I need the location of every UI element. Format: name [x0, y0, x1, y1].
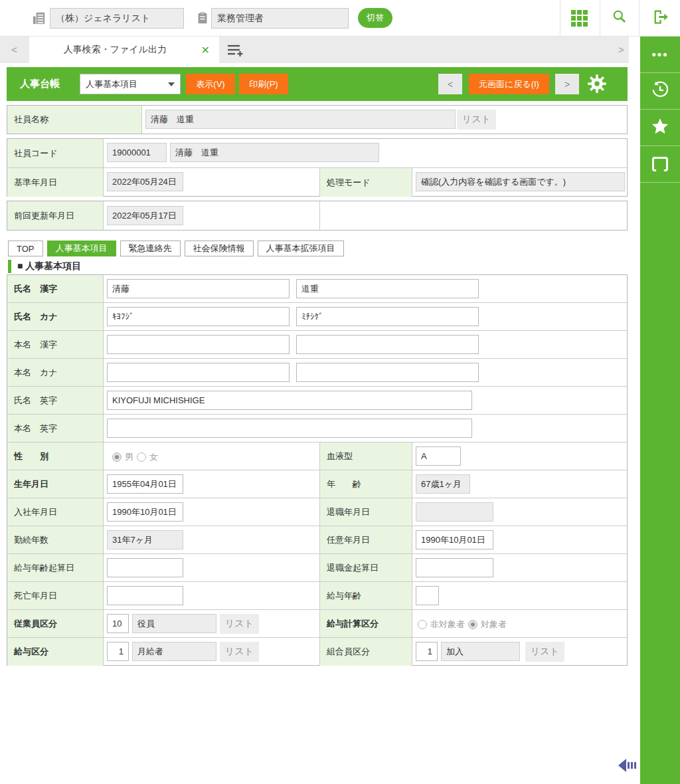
collapse-panel-button[interactable] — [618, 758, 639, 775]
sidebar-more-button[interactable]: ••• — [640, 37, 680, 73]
name-kana-sei-input[interactable] — [107, 307, 290, 326]
pay-calc-no-label: 非対象者 — [430, 619, 465, 631]
chevron-down-icon — [168, 82, 175, 86]
tab-scroll-left[interactable]: < — [11, 44, 17, 55]
row-name-kana: 氏名 カナ — [7, 303, 627, 331]
prev-update-row: 前回更新年月日 — [7, 201, 628, 231]
prev-update-input[interactable] — [107, 206, 183, 225]
tab-scroll-right[interactable]: > — [618, 44, 624, 55]
service-years-label: 勤続年数 — [7, 526, 104, 553]
union-code-input[interactable] — [416, 642, 438, 661]
employee-code-input[interactable] — [107, 143, 167, 162]
report-select[interactable]: 人事基本項目 — [80, 74, 181, 94]
severance-start-input[interactable] — [416, 558, 493, 577]
gender-male-radio[interactable] — [112, 452, 122, 462]
tab-jinji-kihon[interactable]: 人事基本項目 — [47, 241, 116, 256]
age-input[interactable] — [416, 474, 470, 494]
gender-male-label: 男 — [125, 451, 133, 463]
real-kana-mei-input[interactable] — [296, 363, 479, 382]
settings-button[interactable] — [587, 74, 607, 96]
employee-name-list-button[interactable]: リスト — [457, 110, 496, 130]
death-date-input[interactable] — [107, 586, 183, 605]
divider — [319, 201, 320, 230]
pay-calc-no-radio[interactable] — [418, 620, 427, 629]
service-years-input[interactable] — [107, 530, 183, 549]
show-button[interactable]: 表示(V) — [186, 74, 235, 94]
birth-date-input[interactable] — [107, 474, 183, 494]
tab-kinkyu-renrakusaki[interactable]: 緊急連絡先 — [120, 241, 181, 256]
employee-code-name[interactable] — [170, 143, 379, 162]
gender-female-radio[interactable] — [137, 452, 146, 462]
history-icon — [649, 79, 671, 103]
employee-name-value[interactable] — [145, 110, 456, 129]
switch-button[interactable]: 切替 — [358, 8, 392, 28]
name-en-input[interactable] — [107, 391, 472, 410]
search-button[interactable] — [600, 0, 638, 36]
employee-class-list-button[interactable]: リスト — [220, 614, 259, 634]
row-service-optional: 勤続年数 任意年月日 — [7, 526, 627, 554]
base-date-label: 基準年月日 — [7, 168, 104, 197]
salary-class-list-button[interactable]: リスト — [220, 642, 259, 662]
salary-age-input[interactable] — [416, 586, 439, 605]
employee-class-code-input[interactable] — [107, 614, 129, 633]
apps-grid-button[interactable] — [560, 0, 598, 36]
salary-class-name[interactable] — [132, 642, 216, 661]
real-en-input[interactable] — [107, 419, 472, 438]
salary-class-code-input[interactable] — [107, 642, 129, 661]
blood-type-input[interactable] — [416, 446, 461, 466]
role-input[interactable] — [211, 8, 349, 29]
new-tab-button[interactable] — [226, 43, 244, 60]
section-title: ■ 人事基本項目 — [8, 260, 81, 273]
tab-bar: < 人事検索・ファイル出力 ✕ > — [0, 37, 629, 63]
mode-input[interactable] — [416, 172, 625, 191]
severance-start-label: 退職金起算日 — [319, 554, 412, 581]
union-list-button[interactable]: リスト — [525, 642, 564, 662]
hire-date-input[interactable] — [107, 502, 183, 522]
sidebar-favorites-button[interactable] — [640, 110, 680, 146]
report-select-value: 人事基本項目 — [86, 78, 137, 90]
gender-female-label: 女 — [149, 451, 158, 463]
optional-date-input[interactable] — [416, 530, 493, 549]
row-salclass-union: 給与区分 リスト 組合員区分 リスト — [7, 638, 627, 666]
blood-type-label: 血液型 — [319, 442, 412, 470]
company-input[interactable] — [50, 8, 184, 29]
tab-shakai-hoken[interactable]: 社会保険情報 — [185, 241, 254, 256]
tab-active[interactable]: 人事検索・ファイル出力 ✕ — [29, 37, 219, 63]
tab-top[interactable]: TOP — [8, 241, 43, 256]
base-date-input[interactable] — [107, 172, 183, 191]
real-kana-sei-input[interactable] — [107, 363, 290, 382]
name-kana-mei-input[interactable] — [296, 307, 479, 326]
birth-date-label: 生年月日 — [7, 470, 104, 498]
employee-class-name[interactable] — [132, 614, 216, 633]
row-gender-blood: 性 別 男 女 血液型 — [7, 442, 627, 470]
company-icon — [31, 11, 46, 29]
name-kanji-sei-input[interactable] — [107, 279, 290, 298]
app-header: 切替 — [0, 0, 680, 37]
union-name[interactable] — [441, 642, 520, 661]
role-icon — [195, 11, 210, 28]
real-kanji-sei-input[interactable] — [107, 335, 290, 354]
name-kanji-mei-input[interactable] — [296, 279, 479, 298]
ledger-toolbar: 人事台帳 人事基本項目 表示(V) 印刷(P) < 元画面に戻る(I) > — [7, 67, 628, 101]
logout-icon — [651, 8, 669, 29]
real-kanji-label: 本名 漢字 — [7, 331, 104, 358]
prev-record-button[interactable]: < — [438, 74, 462, 94]
sidebar-history-button[interactable] — [640, 73, 680, 110]
salary-age-start-input[interactable] — [107, 558, 183, 577]
arrow-left-icon — [618, 758, 639, 773]
tab-close-icon[interactable]: ✕ — [201, 44, 210, 56]
tab-jinji-kakucho[interactable]: 人事基本拡張項目 — [258, 241, 344, 256]
salary-class-label: 給与区分 — [7, 638, 104, 666]
retire-date-input[interactable] — [416, 502, 493, 522]
return-button[interactable]: 元画面に戻る(I) — [469, 74, 549, 94]
next-record-button[interactable]: > — [555, 74, 579, 94]
pay-calc-yes-radio[interactable] — [468, 620, 477, 629]
pay-calc-label: 給与計算区分 — [319, 610, 412, 637]
real-en-label: 本名 英字 — [7, 415, 104, 442]
sidebar-memo-button[interactable] — [640, 146, 680, 183]
print-button[interactable]: 印刷(P) — [239, 74, 288, 94]
real-kanji-mei-input[interactable] — [296, 335, 479, 354]
tab-label: 人事検索・ファイル出力 — [29, 44, 201, 56]
logout-button[interactable] — [639, 0, 680, 36]
app-window: 切替 < 人事検索・ファイル出力 ✕ > 人事台帳 人事基本項目 — [0, 0, 680, 784]
